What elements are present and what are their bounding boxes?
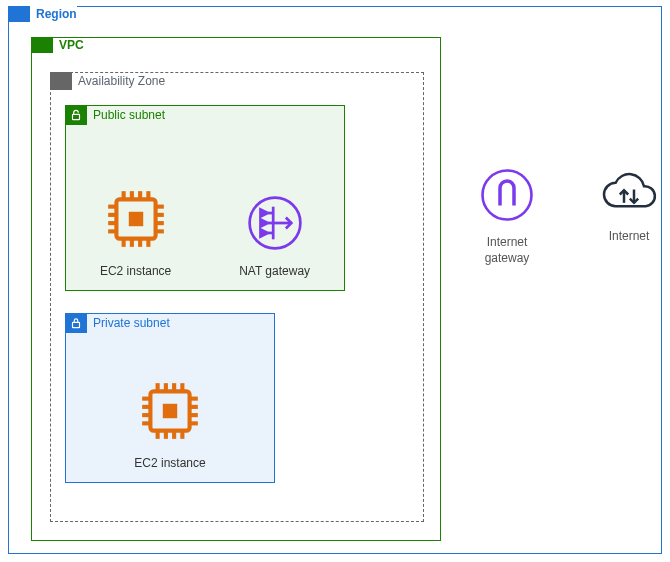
internet-gateway-icon	[479, 167, 535, 223]
svg-point-47	[483, 171, 532, 220]
az-label: Availability Zone	[78, 74, 165, 88]
nat-gateway: NAT gateway	[239, 194, 310, 278]
public-subnet-container: Public subnet	[65, 105, 345, 291]
vpc-tag-icon	[31, 37, 53, 53]
private-subnet-label: Private subnet	[93, 316, 170, 330]
region-tag-icon	[8, 6, 30, 22]
az-tag: Availability Zone	[50, 72, 165, 90]
svg-rect-30	[163, 404, 177, 418]
az-tag-icon	[50, 72, 72, 90]
svg-marker-24	[260, 219, 267, 226]
svg-marker-26	[260, 229, 267, 236]
vpc-label: VPC	[59, 38, 84, 52]
nat-gateway-icon	[246, 194, 304, 252]
availability-zone-container: Availability Zone Public subnet	[50, 72, 424, 522]
ec2-public-label: EC2 instance	[100, 264, 171, 278]
svg-rect-0	[73, 114, 80, 119]
region-tag: Region	[8, 6, 77, 22]
public-subnet-tag: Public subnet	[65, 105, 165, 125]
ec2-icon	[103, 186, 169, 252]
private-subnet-container: Private subnet	[65, 313, 275, 483]
private-subnet-tag: Private subnet	[65, 313, 170, 333]
internet-gateway: Internet gateway	[479, 167, 535, 266]
internet-label: Internet	[609, 229, 650, 245]
internet: Internet	[599, 167, 659, 245]
cloud-icon	[599, 167, 659, 217]
private-subnet-items: EC2 instance	[66, 378, 274, 470]
svg-rect-2	[128, 212, 142, 226]
ec2-instance-private: EC2 instance	[134, 378, 205, 470]
svg-marker-22	[260, 209, 267, 216]
region-container: Region VPC Availability Zone	[8, 6, 662, 554]
public-subnet-items: EC2 instance	[66, 186, 344, 278]
internet-gateway-label: Internet gateway	[485, 235, 530, 266]
public-subnet-label: Public subnet	[93, 108, 165, 122]
nat-gateway-label: NAT gateway	[239, 264, 310, 278]
ec2-instance-public: EC2 instance	[100, 186, 171, 278]
vpc-container: VPC Availability Zone Public subnet	[31, 37, 441, 541]
region-label: Region	[36, 7, 77, 21]
lock-open-icon	[65, 105, 87, 125]
vpc-tag: VPC	[31, 37, 84, 53]
ec2-private-label: EC2 instance	[134, 456, 205, 470]
svg-rect-28	[73, 322, 80, 327]
lock-closed-icon	[65, 313, 87, 333]
ec2-icon	[137, 378, 203, 444]
